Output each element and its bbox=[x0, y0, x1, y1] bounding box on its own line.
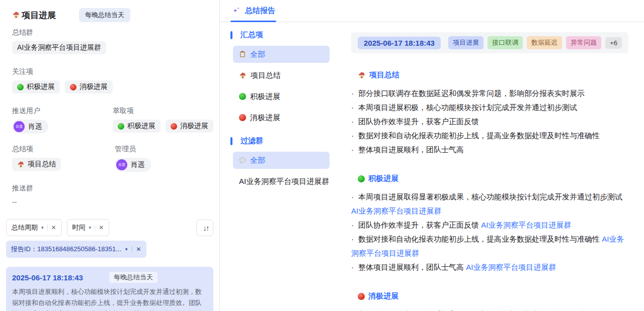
report-bullet: 本周项目进展积极，核心功能模块按计划完成开发并通过初步测试 bbox=[351, 100, 628, 115]
sidebar-item-all-groups[interactable]: 全部 bbox=[233, 152, 330, 169]
report-body: 汇总项 全部 项目总结 积极进展 消极进展 bbox=[220, 22, 644, 311]
close-icon[interactable]: ✕ bbox=[51, 224, 56, 231]
tag-project-progress: 项目进展 bbox=[448, 36, 484, 49]
filter-row: 总结周期 ▾ ✕ 时间 ▾ ✕ ↓↑ bbox=[6, 219, 213, 236]
sort-button[interactable]: ↓↑ bbox=[196, 220, 213, 236]
red-dot-icon bbox=[239, 114, 246, 121]
red-dot-icon bbox=[70, 84, 76, 90]
filter-chip-report-id[interactable]: 报告ID：1835168486250586-18351... ▾ ✕ bbox=[6, 241, 146, 258]
summary-item-label: 总结项 bbox=[12, 145, 109, 154]
summary-group-label: 总结群 bbox=[12, 28, 207, 37]
report-bullet: 团队协作效率提升，获客户正面反馈 AI业务洞察平台项目进展群 bbox=[351, 218, 628, 232]
speech-bubble-icon bbox=[239, 157, 246, 164]
section-bar bbox=[230, 31, 232, 39]
summary-card-header: 2025-06-17 18:18:43 每晚总结当天 bbox=[12, 272, 207, 283]
tab-bar: 总结报告 bbox=[220, 0, 644, 22]
report-content: 2025-06-17 18:18:43 项目进展 接口联调 数据延迟 异常问题 … bbox=[342, 22, 644, 311]
tag-abnormal-issue: 异常问题 bbox=[566, 36, 601, 49]
section-heading-negative-progress: 消极进展 bbox=[358, 291, 628, 301]
extract-tag-negative: 消极进展 bbox=[166, 120, 213, 133]
sort-icon: ↓↑ bbox=[203, 224, 209, 232]
tag-more-count[interactable]: +6 bbox=[605, 37, 622, 49]
tab-summary-report[interactable]: 总结报告 bbox=[230, 0, 276, 22]
filter-chip-cycle[interactable]: 总结周期 ▾ ✕ bbox=[6, 219, 62, 236]
summary-group-tag: AI业务洞察平台项目进展群 bbox=[12, 41, 106, 54]
focus-items-label: 关注项 bbox=[12, 67, 207, 76]
push-user-label: 推送用户 bbox=[12, 107, 107, 116]
red-dot-icon bbox=[171, 123, 177, 130]
house-icon bbox=[12, 11, 20, 19]
summary-item-tag: 项目总结 bbox=[12, 158, 61, 171]
report-bullet: 部分接口联调存在数据延迟和偶发异常问题，影响部分报表实时展示 bbox=[351, 86, 628, 100]
report-bullet: 数据对接和自动化报表功能初步上线，提高业务数据处理及时性与准确性 bbox=[351, 129, 628, 143]
focus-tag-negative: 消极进展 bbox=[65, 80, 113, 93]
focus-item-tags: 积极进展 消极进展 bbox=[12, 80, 207, 93]
green-dot-icon bbox=[358, 175, 365, 182]
summary-card-body: 本周项目进展顺利，核心功能模块按计划完成开发并通过初测，数据对接和自动化报表功能… bbox=[12, 286, 207, 311]
section-heading-project-summary: 项目总结 bbox=[358, 70, 628, 80]
house-icon bbox=[358, 71, 366, 79]
report-tags: 项目进展 接口联调 数据延迟 异常问题 +6 bbox=[448, 36, 622, 49]
summary-card-badge: 每晚总结当天 bbox=[109, 272, 157, 283]
red-dot-icon bbox=[358, 293, 365, 300]
house-icon bbox=[239, 72, 247, 79]
push-group-label: 推送群 bbox=[12, 184, 207, 193]
green-dot-icon bbox=[118, 123, 124, 130]
tab-label: 总结报告 bbox=[245, 6, 275, 16]
close-icon[interactable]: ✕ bbox=[136, 246, 141, 253]
section-title-filter-groups: 过滤群 bbox=[230, 136, 342, 146]
app-root: 项目进展 每晚总结当天 总结群 AI业务洞察平台项目进展群 关注项 积极进展 消… bbox=[0, 0, 644, 311]
filter-chip-time[interactable]: 时间 ▾ ✕ bbox=[67, 219, 110, 236]
summary-item-admin-row: 总结项 项目总结 管理员 肖遥 肖遥 bbox=[6, 145, 213, 172]
chevron-down-icon[interactable]: ▾ bbox=[125, 247, 128, 252]
admin-name: 肖遥 bbox=[131, 160, 145, 169]
report-sidebar: 汇总项 全部 项目总结 积极进展 消极进展 bbox=[220, 22, 342, 311]
group-link[interactable]: AI业务洞察平台项目进展群 bbox=[351, 206, 441, 215]
section-bar bbox=[230, 137, 232, 145]
divider bbox=[132, 246, 132, 252]
push-user-extract-row: 推送用户 肖遥 肖遥 萃取项 积极进展 消极进展 bbox=[6, 107, 213, 134]
sidebar-item-project-summary[interactable]: 项目总结 bbox=[233, 67, 330, 84]
sidebar-item-negative-progress[interactable]: 消极进展 bbox=[233, 109, 330, 126]
report-bullet: 整体项目进展顺利，团队士气高 AI业务洞察平台项目进展群 bbox=[351, 260, 628, 274]
summary-report-card[interactable]: 2025-06-17 18:18:43 每晚总结当天 本周项目进展顺利，核心功能… bbox=[6, 267, 213, 311]
report-bullet: 整体项目进展顺利，团队士气高 bbox=[351, 143, 628, 157]
sidebar-item-positive-progress[interactable]: 积极进展 bbox=[233, 88, 330, 105]
clipboard-icon bbox=[239, 51, 246, 58]
page-title-text: 项目进展 bbox=[22, 10, 56, 21]
report-panel: 总结报告 汇总项 全部 项目总结 积极进展 bbox=[220, 0, 644, 311]
group-link[interactable]: AI业务洞察平台项目进展群 bbox=[466, 263, 556, 271]
admin-pill: 肖遥 肖遥 bbox=[115, 158, 151, 172]
sidebar-item-group-name[interactable]: AI业务洞察平台项目进展群 bbox=[233, 173, 330, 190]
report-header-strip: 2025-06-17 18:18:43 项目进展 接口联调 数据延迟 异常问题 … bbox=[351, 32, 628, 53]
left-panel: 项目进展 每晚总结当天 总结群 AI业务洞察平台项目进展群 关注项 积极进展 消… bbox=[0, 0, 220, 311]
green-dot-icon bbox=[17, 84, 24, 90]
divider bbox=[95, 225, 95, 231]
push-user-name: 肖遥 bbox=[28, 122, 42, 131]
chevron-down-icon[interactable]: ▾ bbox=[89, 225, 92, 230]
report-bullet: 部分接口联调出现数据延迟和偶发异常，影响部分报表实时展示 AI业务洞察平台项目进… bbox=[351, 307, 628, 311]
chevron-down-icon[interactable]: ▾ bbox=[41, 225, 44, 230]
report-bullet: 数据对接和自动化报表功能初步上线，提高业务数据处理及时性与准确性 AI业务洞察平… bbox=[351, 232, 628, 260]
avatar: 肖遥 bbox=[116, 159, 127, 170]
green-dot-icon bbox=[239, 93, 246, 100]
report-timestamp[interactable]: 2025-06-17 18:18:43 bbox=[358, 37, 441, 49]
avatar: 肖遥 bbox=[14, 121, 25, 132]
summary-group-tags: AI业务洞察平台项目进展群 bbox=[12, 41, 207, 54]
divider bbox=[47, 225, 48, 231]
group-link[interactable]: AI业务洞察平台项目进展群 bbox=[481, 221, 571, 229]
page-title: 项目进展 bbox=[12, 10, 56, 21]
summary-card-timestamp: 2025-06-17 18:18:43 bbox=[12, 273, 83, 282]
sidebar-item-all-summaries[interactable]: 全部 bbox=[233, 46, 330, 63]
admin-label: 管理员 bbox=[115, 145, 213, 154]
left-panel-header: 项目进展 每晚总结当天 bbox=[12, 8, 207, 22]
close-icon[interactable]: ✕ bbox=[99, 224, 104, 231]
sparkle-icon bbox=[231, 6, 240, 15]
section-title-summary-items: 汇总项 bbox=[230, 30, 342, 40]
report-bullet: 本周项目进展取得显著积极成果，核心功能模块按计划完成开发并通过初步测试 AI业务… bbox=[351, 190, 628, 218]
extract-tag-positive: 积极进展 bbox=[113, 120, 160, 133]
push-group-value: -- bbox=[12, 198, 207, 206]
tag-data-delay: 数据延迟 bbox=[527, 36, 562, 49]
section-heading-positive-progress: 积极进展 bbox=[358, 174, 628, 183]
push-user-pill: 肖遥 肖遥 bbox=[12, 120, 48, 134]
